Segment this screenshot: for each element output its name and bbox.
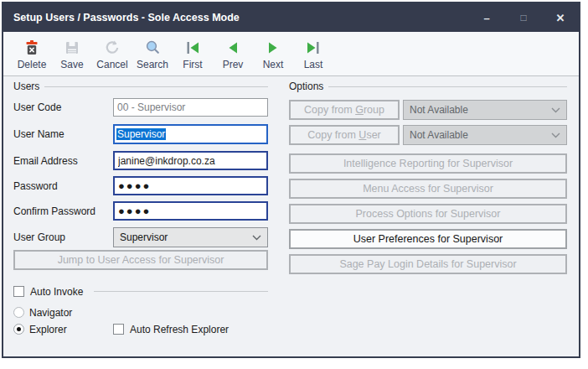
navigator-label: Navigator [29,307,72,319]
copy-from-user-label: Copy from User [307,129,381,141]
password-input[interactable] [113,176,268,195]
users-section-divider [44,86,268,87]
toolbar-save-button[interactable]: Save [52,39,92,70]
navigator-radio[interactable] [13,307,24,318]
explorer-radio[interactable] [13,324,24,335]
toolbar-cancel-button[interactable]: Cancel [92,39,132,70]
toolbar-cancel-label: Cancel [96,60,127,70]
chevron-down-icon [252,231,261,243]
delete-trash-icon [23,39,41,57]
toolbar-search-label: Search [137,60,168,70]
toolbar-search-button[interactable]: Search [132,39,173,70]
auto-invoke-divider [94,291,268,292]
user-group-dropdown[interactable]: Supervisor [113,227,268,247]
jump-to-user-access-button[interactable]: Jump to User Access for Supervisor [13,250,268,270]
minimize-icon: – [483,12,489,24]
toolbar-last-label: Last [304,60,323,70]
user-preferences-label: User Preferences for Supervisor [353,233,503,245]
auto-invoke-checkbox[interactable] [13,286,24,297]
options-section-title: Options [289,81,323,92]
close-icon: ✕ [556,12,565,24]
copy-from-user-dropdown[interactable]: Not Available [403,125,567,145]
chevron-down-icon [551,104,560,116]
copy-from-user-button[interactable]: Copy from User [289,125,400,145]
process-options-label: Process Options for Supervisor [356,208,501,220]
previous-record-icon [224,39,242,57]
menu-access-label: Menu Access for Supervisor [363,183,493,195]
dialog-window: Setup Users / Passwords - Sole Access Mo… [2,2,580,358]
search-magnifier-icon [143,39,162,57]
toolbar-first-button[interactable]: First [173,39,213,70]
user-group-selected-value: Supervisor [120,231,168,243]
sage-pay-login-details-button[interactable]: Sage Pay Login Details for Supervisor [289,254,567,274]
user-code-input[interactable] [113,98,268,117]
toolbar-delete-button[interactable]: Delete [12,39,52,70]
options-section-divider [328,86,567,87]
toolbar-next-label: Next [263,60,284,70]
copy-from-group-dropdown[interactable]: Not Available [403,100,567,120]
chevron-down-icon [551,129,560,141]
copy-from-user-dropdown-value: Not Available [410,129,468,141]
auto-invoke-label: Auto Invoke [30,286,83,298]
first-record-icon [183,39,202,57]
copy-from-group-button[interactable]: Copy from Group [289,100,400,120]
users-section-title: Users [13,81,39,92]
toolbar-save-label: Save [60,60,83,70]
intelligence-reporting-label: Intelligence Reporting for Supervisor [343,158,513,169]
user-group-label: User Group [13,231,65,243]
toolbar-first-label: First [183,60,202,70]
close-button[interactable]: ✕ [542,3,579,32]
sage-pay-login-details-label: Sage Pay Login Details for Supervisor [339,258,516,270]
maximize-button[interactable]: □ [505,3,542,32]
cancel-undo-icon [103,39,121,57]
save-floppy-icon [63,39,81,57]
maximize-icon: □ [520,12,526,23]
email-address-input[interactable] [113,151,268,170]
user-code-label: User Code [13,101,61,113]
toolbar-delete-label: Delete [18,60,47,70]
next-record-icon [264,39,282,57]
window-controls: – □ ✕ [468,3,579,32]
explorer-label: Explorer [29,324,67,335]
intelligence-reporting-button[interactable]: Intelligence Reporting for Supervisor [289,153,567,174]
window-title: Setup Users / Passwords - Sole Access Mo… [13,12,240,23]
toolbar-last-button[interactable]: Last [293,39,333,70]
users-section-header: Users [13,81,268,92]
copy-from-group-label: Copy from Group [304,104,384,116]
email-address-label: Email Address [13,155,78,167]
toolbar-prev-button[interactable]: Prev [213,39,253,70]
toolbar-next-button[interactable]: Next [253,39,293,70]
password-label: Password [13,180,58,192]
confirm-password-input[interactable] [113,201,268,221]
confirm-password-label: Confirm Password [13,205,95,217]
title-bar: Setup Users / Passwords - Sole Access Mo… [3,3,579,32]
user-name-input[interactable]: Supervisor [113,124,268,144]
auto-refresh-explorer-checkbox[interactable] [113,324,124,335]
user-preferences-button[interactable]: User Preferences for Supervisor [289,229,567,249]
process-options-button[interactable]: Process Options for Supervisor [289,204,567,224]
user-name-label: User Name [13,128,64,140]
last-record-icon [304,39,322,57]
toolbar: Delete Save Cancel [3,32,579,76]
minimize-button[interactable]: – [468,3,505,32]
toolbar-prev-label: Prev [223,60,244,70]
options-section-header: Options [289,81,567,92]
auto-refresh-explorer-label: Auto Refresh Explorer [130,324,229,335]
user-name-selected-text: Supervisor [116,128,166,140]
jump-to-user-access-label: Jump to User Access for Supervisor [58,254,224,266]
copy-from-group-dropdown-value: Not Available [410,104,468,116]
menu-access-button[interactable]: Menu Access for Supervisor [289,179,567,199]
